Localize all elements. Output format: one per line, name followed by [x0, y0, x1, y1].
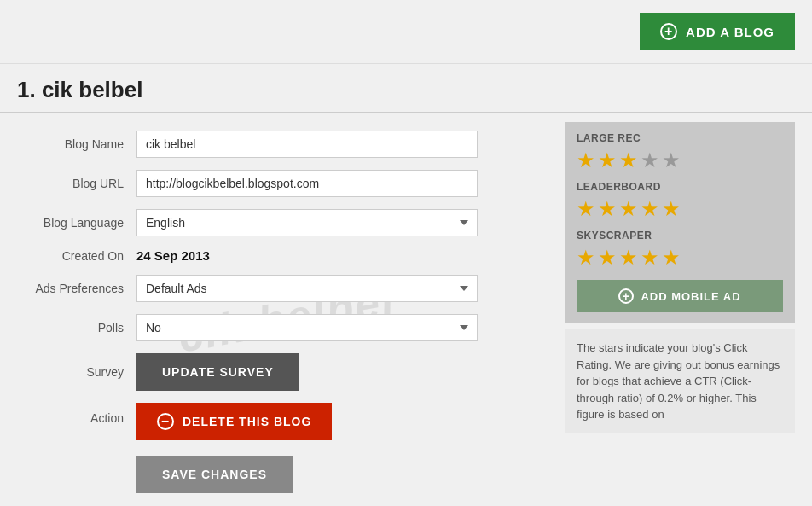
add-blog-label: ADD A BLOG: [686, 25, 774, 39]
delete-blog-label: DELETE THIS BLOG: [183, 415, 311, 428]
created-on-label: Created On: [17, 249, 136, 263]
update-survey-button[interactable]: UPDATE SURVEY: [136, 353, 299, 391]
leaderboard-stars: ★ ★ ★ ★ ★: [577, 197, 783, 221]
info-box: The stars indicate your blog's Click Rat…: [565, 329, 795, 433]
ads-preferences-select[interactable]: Default Ads Custom Ads: [136, 275, 478, 302]
header-bar: + ADD A BLOG: [0, 0, 812, 64]
skyscraper-stars: ★ ★ ★ ★ ★: [577, 246, 783, 270]
polls-label: Polls: [17, 321, 136, 334]
skyscraper-star-5: ★: [662, 246, 681, 270]
large-rec-star-4: ★: [641, 148, 659, 172]
leaderboard-star-1: ★: [577, 197, 595, 221]
created-on-row: Created On 24 Sep 2013: [17, 248, 539, 263]
blog-name-row: Blog Name: [17, 131, 539, 158]
blog-url-input[interactable]: [136, 170, 478, 197]
survey-label: Survey: [17, 365, 136, 379]
blog-language-select[interactable]: English Malay Chinese Tamil: [136, 209, 478, 236]
skyscraper-star-3: ★: [619, 246, 638, 270]
polls-row: Polls No Yes: [17, 314, 539, 341]
ads-preferences-row: Ads Preferences Default Ads Custom Ads: [17, 275, 539, 302]
blog-name-input[interactable]: [136, 131, 478, 158]
blog-name-label: Blog Name: [17, 137, 136, 151]
skyscraper-star-1: ★: [577, 246, 595, 270]
survey-row: Survey UPDATE SURVEY: [17, 353, 539, 391]
minus-icon: −: [157, 413, 174, 430]
leaderboard-star-3: ★: [619, 197, 638, 221]
created-on-value: 24 Sep 2013: [136, 248, 210, 263]
blog-title-section: 1. cik belbel: [0, 64, 812, 113]
leaderboard-star-2: ★: [598, 197, 617, 221]
large-rec-stars: ★ ★ ★ ★ ★: [577, 148, 783, 172]
add-blog-button[interactable]: + ADD A BLOG: [640, 13, 795, 50]
skyscraper-star-4: ★: [641, 246, 659, 270]
large-rec-star-3: ★: [619, 148, 638, 172]
content-area: cik belbel Blog Name Blog URL Blog Langu…: [0, 113, 812, 506]
add-mobile-ad-button[interactable]: + ADD MOBILE AD: [577, 280, 783, 312]
blog-title: 1. cik belbel: [17, 77, 795, 103]
form-section: cik belbel Blog Name Blog URL Blog Langu…: [17, 122, 556, 506]
plus-icon: +: [660, 23, 677, 40]
skyscraper-star-2: ★: [598, 246, 617, 270]
add-mobile-ad-label: ADD MOBILE AD: [641, 290, 740, 303]
delete-blog-button[interactable]: − DELETE THIS BLOG: [136, 403, 332, 440]
leaderboard-star-4: ★: [641, 197, 659, 221]
ads-preferences-label: Ads Preferences: [17, 282, 136, 295]
large-rec-star-1: ★: [577, 148, 595, 172]
save-changes-button[interactable]: SAVE CHANGES: [136, 456, 293, 493]
info-text: The stars indicate your blog's Click Rat…: [577, 341, 780, 421]
blog-url-row: Blog URL: [17, 170, 539, 197]
polls-select[interactable]: No Yes: [136, 314, 478, 341]
blog-language-label: Blog Language: [17, 216, 136, 230]
action-buttons-group: − DELETE THIS BLOG SAVE CHANGES: [136, 403, 332, 493]
action-row: Action − DELETE THIS BLOG SAVE CHANGES: [17, 403, 539, 493]
blog-url-label: Blog URL: [17, 177, 136, 190]
add-mobile-plus-icon: +: [618, 288, 634, 304]
large-rec-star-2: ★: [598, 148, 617, 172]
leaderboard-label: LEADERBOARD: [577, 181, 783, 193]
large-rec-star-5: ★: [662, 148, 681, 172]
blog-language-row: Blog Language English Malay Chinese Tami…: [17, 209, 539, 236]
action-label: Action: [17, 403, 136, 425]
ratings-box: LARGE REC ★ ★ ★ ★ ★ LEADERBOARD ★ ★ ★ ★ …: [565, 122, 795, 323]
skyscraper-label: SKYSCRAPER: [577, 230, 783, 241]
large-rec-label: LARGE REC: [577, 132, 783, 144]
leaderboard-star-5: ★: [662, 197, 681, 221]
sidebar: LARGE REC ★ ★ ★ ★ ★ LEADERBOARD ★ ★ ★ ★ …: [556, 122, 795, 506]
